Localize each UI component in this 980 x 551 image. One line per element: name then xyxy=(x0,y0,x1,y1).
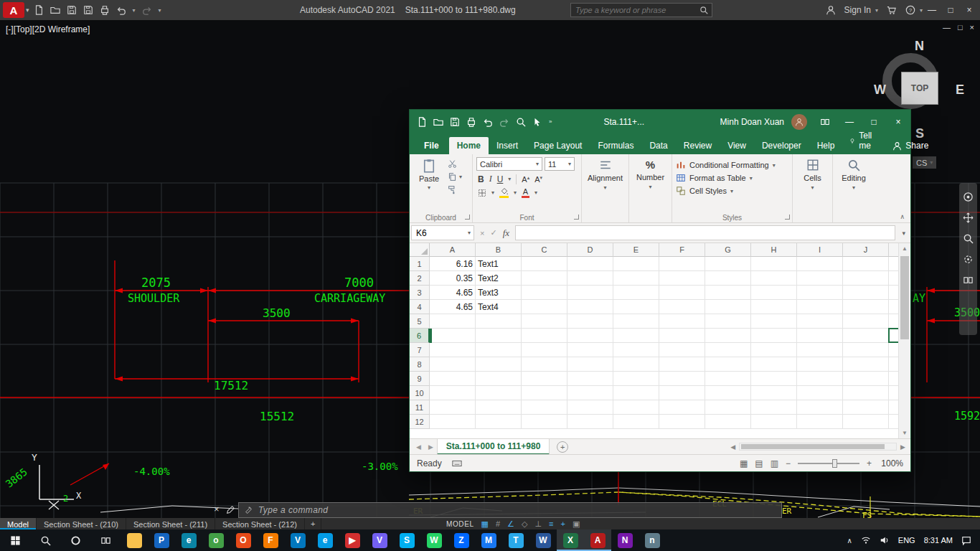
close-button[interactable]: × xyxy=(960,0,979,20)
column-header-E[interactable]: E xyxy=(613,243,659,257)
taskbar-icon-zalo[interactable]: Z xyxy=(448,529,475,551)
font-name-select[interactable]: Calibri ▾ xyxy=(476,157,542,171)
cut-button[interactable] xyxy=(448,159,462,169)
cell-C6[interactable] xyxy=(522,329,567,343)
cell-I3[interactable] xyxy=(797,286,843,300)
model-space-label[interactable]: MODEL xyxy=(446,520,474,528)
layout-tab-section-sheet-212[interactable]: Section Sheet - (212) xyxy=(215,518,305,529)
cell-C12[interactable] xyxy=(522,415,567,429)
expand-formula-bar-icon[interactable]: ▾ xyxy=(898,230,909,237)
open-file-icon[interactable] xyxy=(50,5,60,15)
format-painter-button[interactable] xyxy=(448,185,462,194)
cell-H9[interactable] xyxy=(751,372,797,386)
cell-E11[interactable] xyxy=(613,400,659,415)
collapse-ribbon-icon[interactable]: ∧ xyxy=(900,213,905,220)
taskbar-icon-file-explorer[interactable] xyxy=(121,529,148,551)
taskbar-search-button[interactable] xyxy=(30,529,60,551)
cell-B3[interactable]: Text3 xyxy=(476,286,522,300)
plot-icon[interactable] xyxy=(100,5,110,15)
excel-user-name[interactable]: Minh Doan Xuan xyxy=(720,117,784,127)
cell-J7[interactable] xyxy=(843,343,889,357)
borders-button[interactable] xyxy=(478,189,486,197)
cell-H3[interactable] xyxy=(751,286,797,300)
cell-B10[interactable] xyxy=(476,386,522,400)
cell-H5[interactable] xyxy=(751,314,797,329)
cell-K1[interactable] xyxy=(889,257,898,271)
cell-K12[interactable] xyxy=(889,415,898,429)
grow-font-button[interactable]: A▴ xyxy=(522,175,529,184)
cell-A7[interactable] xyxy=(430,343,476,357)
cell-C3[interactable] xyxy=(522,286,567,300)
undo-icon[interactable] xyxy=(116,5,126,15)
cell-B12[interactable] xyxy=(476,415,522,429)
row-header-9[interactable]: 9 xyxy=(410,372,430,386)
cell-E5[interactable] xyxy=(613,314,659,329)
save-icon[interactable] xyxy=(67,5,77,15)
cell-B7[interactable] xyxy=(476,343,522,357)
tell-me-button[interactable]: Tell me xyxy=(842,127,882,154)
cell-E12[interactable] xyxy=(613,415,659,429)
cell-K7[interactable] xyxy=(889,343,898,357)
status-toggle-icon[interactable]: ▣ xyxy=(573,518,580,529)
taskbar-icon-excel[interactable]: X xyxy=(557,529,584,551)
formula-input[interactable] xyxy=(516,226,895,240)
cell-B8[interactable] xyxy=(476,357,522,372)
cell-I2[interactable] xyxy=(797,271,843,286)
drawing-close-icon[interactable]: × xyxy=(970,23,974,32)
cell-D3[interactable] xyxy=(567,286,613,300)
new-file-icon[interactable] xyxy=(34,5,44,15)
vertical-scroll-thumb[interactable] xyxy=(900,256,909,339)
cell-K5[interactable] xyxy=(889,314,898,329)
tab-help[interactable]: Help xyxy=(809,137,843,154)
cell-H12[interactable] xyxy=(751,415,797,429)
cell-J6[interactable] xyxy=(843,329,889,343)
cell-E7[interactable] xyxy=(613,343,659,357)
borders-caret-icon[interactable]: ▾ xyxy=(491,189,494,196)
column-header-G[interactable]: G xyxy=(705,243,751,257)
ribbon-display-options-icon[interactable] xyxy=(813,110,837,133)
pan-icon[interactable] xyxy=(963,212,974,223)
cell-G8[interactable] xyxy=(705,357,751,372)
taskbar-icon-vscode[interactable]: V xyxy=(284,529,311,551)
scroll-down-icon[interactable]: ▼ xyxy=(899,430,910,436)
excel-open-icon[interactable] xyxy=(433,117,443,127)
copy-button[interactable]: ▾ xyxy=(448,172,462,182)
macro-record-icon[interactable] xyxy=(452,458,462,468)
cell-A8[interactable] xyxy=(430,357,476,372)
cell-G6[interactable] xyxy=(705,329,751,343)
cell-A9[interactable] xyxy=(430,372,476,386)
taskbar-icon-skype[interactable]: S xyxy=(393,529,420,551)
zoom-slider[interactable] xyxy=(798,463,859,464)
tab-developer[interactable]: Developer xyxy=(754,137,809,154)
cell-F4[interactable] xyxy=(659,300,705,314)
cell-F10[interactable] xyxy=(659,386,705,400)
cell-C5[interactable] xyxy=(522,314,567,329)
cell-F8[interactable] xyxy=(659,357,705,372)
column-header-J[interactable]: J xyxy=(843,243,889,257)
cell-I8[interactable] xyxy=(797,357,843,372)
cell-G10[interactable] xyxy=(705,386,751,400)
status-toggle-icon[interactable]: ◇ xyxy=(522,518,527,529)
cells-group[interactable]: Cells ▾ xyxy=(793,154,833,222)
row-header-5[interactable]: 5 xyxy=(410,314,430,329)
command-close-icon[interactable]: × xyxy=(214,504,220,514)
cell-A12[interactable] xyxy=(430,415,476,429)
cell-I5[interactable] xyxy=(797,314,843,329)
column-header-I[interactable]: I xyxy=(797,243,843,257)
cell-I6[interactable] xyxy=(797,329,843,343)
cell-H8[interactable] xyxy=(751,357,797,372)
cell-F1[interactable] xyxy=(659,257,705,271)
row-header-10[interactable]: 10 xyxy=(410,386,430,400)
layout-tab-section-sheet-211[interactable]: Section Sheet - (211) xyxy=(126,518,215,529)
normal-view-icon[interactable]: ▦ xyxy=(740,458,748,468)
styles-dialog-launcher[interactable] xyxy=(785,215,790,220)
tab-page-layout[interactable]: Page Layout xyxy=(526,137,590,154)
cell-C8[interactable] xyxy=(522,357,567,372)
row-header-7[interactable]: 7 xyxy=(410,343,430,357)
cell-F6[interactable] xyxy=(659,329,705,343)
taskbar-icon-youtube[interactable]: ▶ xyxy=(339,529,366,551)
cell-F3[interactable] xyxy=(659,286,705,300)
underline-button[interactable]: U xyxy=(497,174,504,184)
new-sheet-button[interactable]: + xyxy=(557,441,568,453)
cell-E3[interactable] xyxy=(613,286,659,300)
